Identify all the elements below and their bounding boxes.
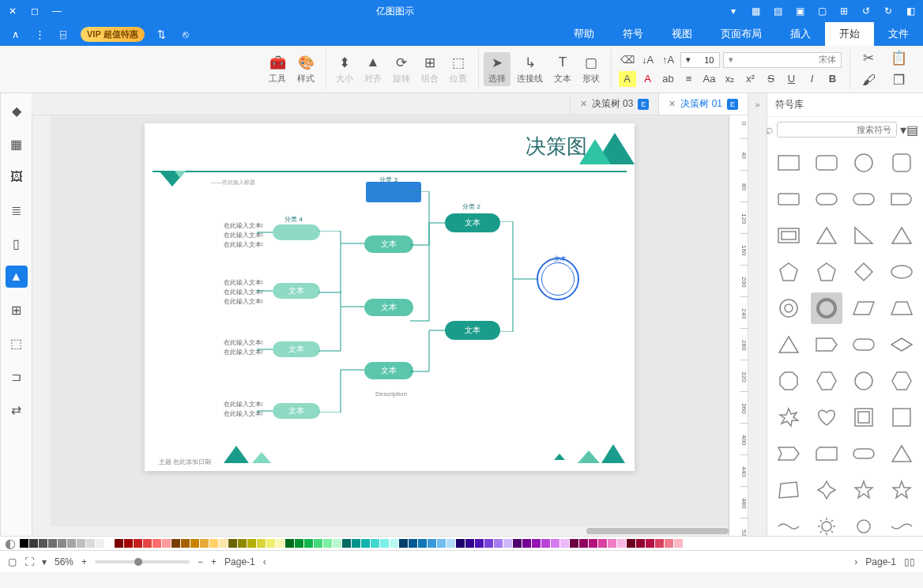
color-swatch[interactable] (380, 539, 389, 548)
shape-parallelogram[interactable] (848, 292, 880, 324)
color-swatch[interactable] (437, 539, 446, 548)
print-icon[interactable]: ▤ (771, 5, 784, 17)
shape-double-circle[interactable] (811, 292, 842, 324)
add-icon[interactable]: ⊞ (838, 5, 850, 17)
font-color-button[interactable]: A (639, 71, 657, 87)
shape-pentagon[interactable] (773, 256, 804, 288)
color-swatch[interactable] (105, 539, 114, 548)
color-swatch[interactable] (627, 539, 635, 548)
text-tool-button[interactable]: T文本 (549, 52, 576, 86)
color-swatch[interactable] (257, 539, 266, 548)
page[interactable]: 决策图 ——在此输入标题 文本 分类 2 分类 3 分 (145, 123, 635, 471)
color-swatch[interactable] (390, 539, 398, 548)
shape-square3[interactable] (886, 401, 917, 433)
fit-width-icon[interactable]: ▢ (8, 556, 17, 567)
shape-square-round[interactable] (886, 147, 917, 179)
color-swatch[interactable] (655, 539, 664, 548)
page-add-icon[interactable]: + (211, 556, 217, 567)
superscript-button[interactable]: x² (742, 71, 759, 87)
shape-pentagon2[interactable] (811, 256, 842, 288)
export-icon[interactable]: ▣ (793, 5, 806, 17)
rp-table[interactable]: ⊞ (6, 299, 28, 321)
color-swatch[interactable] (266, 539, 275, 548)
shape-pill[interactable] (811, 183, 842, 215)
color-swatch[interactable] (418, 539, 427, 548)
tab-start[interactable]: 开始 (825, 22, 874, 46)
color-swatch[interactable] (475, 539, 484, 548)
color-swatch[interactable] (124, 539, 133, 548)
tab-view[interactable]: 视图 (657, 22, 706, 46)
menu-chevron-icon[interactable]: ∧ (9, 28, 22, 40)
zoom-in-icon[interactable]: + (81, 556, 87, 567)
color-swatch[interactable] (465, 539, 474, 548)
copy-button[interactable]: ❐ (885, 70, 912, 91)
titlebar-dropdown-icon[interactable]: ▾ (727, 5, 740, 17)
shape-wave[interactable] (773, 511, 804, 536)
tab-layout[interactable]: 页面布局 (706, 22, 776, 46)
save-icon[interactable]: ▢ (816, 5, 828, 17)
rp-swap[interactable]: ⇄ (6, 398, 28, 420)
shape-rounded-rect[interactable] (811, 147, 842, 179)
color-swatch[interactable] (323, 539, 332, 548)
color-swatch[interactable] (200, 539, 209, 548)
cloud-icon[interactable]: ⇅ (156, 28, 168, 40)
color-swatch[interactable] (153, 539, 161, 548)
page-next-icon[interactable]: › (263, 556, 266, 567)
more-icon[interactable]: ⋮ (33, 28, 46, 40)
color-swatch[interactable] (162, 539, 171, 548)
color-swatch[interactable] (646, 539, 654, 548)
shape-tag[interactable] (773, 438, 804, 469)
rp-image[interactable]: 🖼 (6, 166, 28, 188)
shape-heart[interactable] (811, 401, 842, 433)
font-family-select[interactable]: 宋体▾ (723, 52, 842, 68)
canvas-scroll[interactable]: 决策图 ——在此输入标题 文本 分类 2 分类 3 分 (51, 107, 729, 526)
color-swatch[interactable] (532, 539, 541, 548)
recent-icon[interactable]: ▦ (749, 5, 762, 17)
right-collapse-toggle[interactable]: » (32, 93, 51, 536)
shape-tool-button[interactable]: ▢形状 (578, 52, 605, 86)
rp-theme[interactable]: ◆ (6, 100, 28, 122)
color-swatch[interactable] (171, 539, 180, 548)
color-swatch[interactable] (77, 539, 85, 548)
color-swatch[interactable] (134, 539, 142, 548)
color-swatch[interactable] (494, 539, 503, 548)
shape-diamond2[interactable] (886, 329, 917, 360)
library-icon[interactable]: ▤▾ (900, 122, 918, 138)
decrease-font-button[interactable]: A↓ (639, 52, 657, 68)
shape-wave2[interactable] (886, 511, 917, 536)
italic-button[interactable]: I (804, 71, 821, 87)
select-tool-button[interactable]: ➤选择 (484, 52, 510, 86)
shape-card-notch[interactable] (811, 438, 842, 469)
color-swatch[interactable] (86, 539, 95, 548)
shape-chevron[interactable] (811, 329, 842, 360)
align-button[interactable]: ≡ (680, 71, 698, 87)
color-swatch[interactable] (342, 539, 351, 548)
shapes-collapse-toggle[interactable]: « (748, 93, 767, 536)
color-swatch[interactable] (143, 539, 152, 548)
zoom-slider[interactable] (95, 560, 190, 564)
minimize-button[interactable]: — (51, 5, 63, 17)
color-swatch[interactable] (541, 539, 550, 548)
shape-heptagon[interactable] (848, 365, 880, 397)
rp-layers[interactable]: ≣ (6, 199, 28, 221)
color-swatch[interactable] (285, 539, 294, 548)
doc-tab-1[interactable]: E 决策树 01 ✕ (658, 93, 748, 115)
color-swatch[interactable] (67, 539, 76, 548)
color-swatch[interactable] (361, 539, 370, 548)
shape-cylinder-flat[interactable] (848, 438, 880, 469)
underline-button[interactable]: U (783, 71, 801, 87)
shape-trapezoid[interactable] (886, 292, 917, 324)
color-swatch[interactable] (58, 539, 66, 548)
shape-right-triangle[interactable] (848, 220, 880, 251)
shape-diamond[interactable] (848, 256, 880, 288)
maximize-button[interactable]: ◻ (28, 5, 41, 17)
color-dropper-icon[interactable]: ◐ (5, 536, 16, 551)
page-prev-icon[interactable]: ‹ (854, 556, 857, 567)
color-swatch[interactable] (247, 539, 256, 548)
color-swatch[interactable] (560, 539, 569, 548)
color-swatch[interactable] (20, 539, 28, 548)
shape-arrow4[interactable] (811, 474, 842, 506)
strike-button[interactable]: S (763, 71, 780, 87)
shape-ellipse[interactable] (886, 256, 917, 288)
node-l3-3[interactable]: 文本 (273, 341, 320, 357)
